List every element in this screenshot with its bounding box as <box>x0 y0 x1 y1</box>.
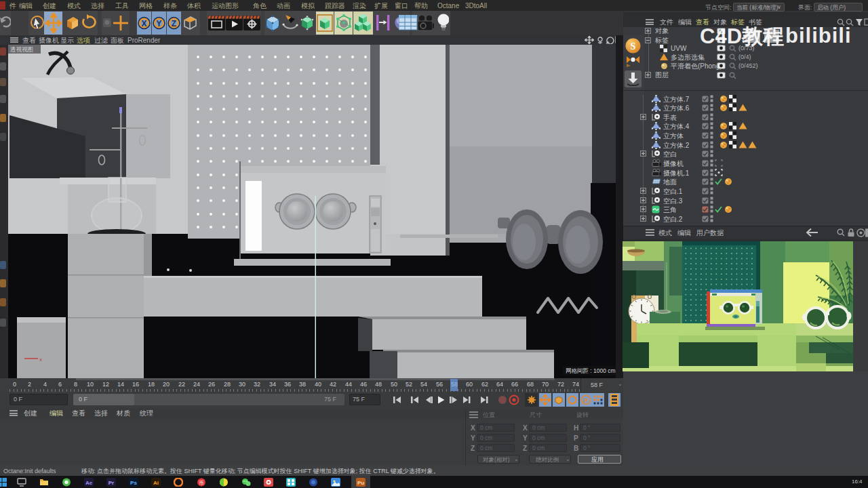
svg-text:Z: Z <box>172 19 176 28</box>
svg-text:Ps: Ps <box>130 480 137 486</box>
svg-text:Ae: Ae <box>85 480 93 486</box>
svg-text:网格间距 : 1000 cm: 网格间距 : 1000 cm <box>566 367 616 374</box>
svg-text:Pu: Pu <box>357 480 364 486</box>
svg-text:透视视图: 透视视图 <box>10 46 33 53</box>
svg-text:P: P <box>584 397 588 404</box>
svg-text:Ai: Ai <box>153 480 159 486</box>
svg-text:S: S <box>631 41 636 52</box>
svg-text:x: x <box>39 357 42 363</box>
svg-text:Pr: Pr <box>108 480 114 486</box>
svg-text:Y: Y <box>156 19 161 28</box>
svg-text:币: 币 <box>199 481 204 485</box>
svg-text:X: X <box>141 19 146 28</box>
